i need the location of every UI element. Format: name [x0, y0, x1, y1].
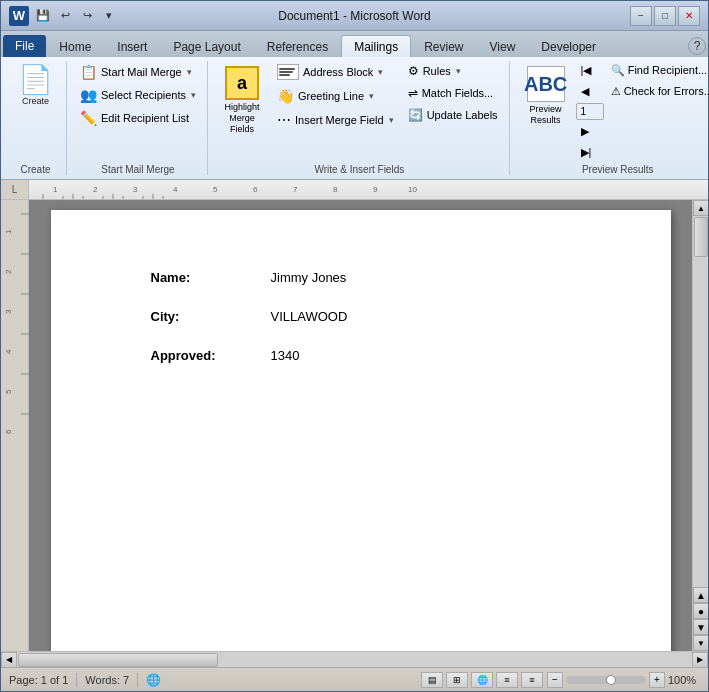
first-record-icon: |◀	[581, 64, 592, 77]
tab-references[interactable]: References	[254, 35, 341, 57]
status-sep-2	[137, 673, 138, 687]
svg-text:2: 2	[4, 269, 13, 274]
scroll-down-button[interactable]: ▼	[693, 635, 708, 651]
scroll-up-button[interactable]: ▲	[693, 200, 708, 216]
field-name-label: Name:	[151, 270, 251, 285]
quick-access-dropdown[interactable]: ▾	[99, 6, 119, 26]
check-errors-button[interactable]: ⚠ Check for Errors...	[606, 82, 709, 101]
update-labels-button[interactable]: 🔄 Update Labels	[403, 105, 503, 125]
highlight-label: HighlightMerge Fields	[223, 102, 261, 134]
next-record-icon: ▶	[581, 125, 589, 138]
last-record-button[interactable]: ▶|	[576, 143, 604, 162]
scroll-thumb[interactable]	[694, 217, 708, 257]
group-write-insert: a HighlightMerge Fields Address Block	[210, 61, 510, 175]
group-write-insert-label: Write & Insert Fields	[216, 164, 503, 175]
help-icon[interactable]: ?	[688, 37, 706, 55]
tab-file[interactable]: File	[3, 35, 46, 57]
prev-record-button[interactable]: ◀	[576, 82, 604, 101]
tab-insert[interactable]: Insert	[104, 35, 160, 57]
select-recipients-button[interactable]: 👥 Select Recipients ▾	[75, 84, 201, 106]
zoom-in-button[interactable]: +	[649, 672, 665, 688]
scroll-prev-page[interactable]: ▲	[693, 587, 708, 603]
undo-button[interactable]: ↩	[55, 6, 75, 26]
tab-review[interactable]: Review	[411, 35, 476, 57]
highlight-merge-fields-button[interactable]: a HighlightMerge Fields	[216, 61, 268, 139]
tab-home[interactable]: Home	[46, 35, 104, 57]
svg-text:6: 6	[4, 429, 13, 434]
zoom-out-button[interactable]: −	[547, 672, 563, 688]
rules-icon: ⚙	[408, 64, 419, 78]
svg-text:6: 6	[253, 185, 258, 194]
tab-view[interactable]: View	[477, 35, 529, 57]
zoom-area: − + 100%	[547, 672, 700, 688]
start-mail-merge-dropdown-icon: ▾	[187, 67, 192, 77]
document-area: Name: Jimmy Jones City: VILLAWOOD Approv…	[29, 200, 692, 651]
hscroll-right-button[interactable]: ▶	[692, 652, 708, 668]
tab-page-layout[interactable]: Page Layout	[160, 35, 253, 57]
tab-mailings[interactable]: Mailings	[341, 35, 411, 57]
svg-text:1: 1	[4, 229, 13, 234]
main-area: 1 2 3 4 5 6	[1, 200, 708, 651]
outline-view[interactable]: ≡	[496, 672, 518, 688]
update-labels-icon: 🔄	[408, 108, 423, 122]
insert-merge-field-button[interactable]: ⋯ Insert Merge Field ▾	[272, 109, 399, 131]
svg-text:4: 4	[4, 349, 13, 354]
ribbon-content: 📄 Create Create 📋 Start Mail Merge ▾	[1, 57, 708, 179]
vertical-ruler: 1 2 3 4 5 6	[1, 200, 29, 651]
close-button[interactable]: ✕	[678, 6, 700, 26]
group-preview-label: Preview Results	[518, 164, 709, 175]
last-record-icon: ▶|	[581, 146, 592, 159]
address-block-label: Address Block	[303, 66, 373, 78]
window-controls: − □ ✕	[630, 6, 700, 26]
match-fields-button[interactable]: ⇌ Match Fields...	[403, 83, 503, 103]
field-approved-value: 1340	[271, 348, 300, 363]
svg-text:7: 7	[293, 185, 298, 194]
svg-text:1: 1	[53, 185, 58, 194]
scroll-select-browse[interactable]: ●	[693, 603, 708, 619]
language-info: 🌐	[146, 673, 161, 687]
scroll-next-page[interactable]: ▼	[693, 619, 708, 635]
web-layout-view[interactable]: 🌐	[471, 672, 493, 688]
page: Name: Jimmy Jones City: VILLAWOOD Approv…	[51, 210, 671, 651]
hscroll-track[interactable]	[17, 652, 692, 667]
status-sep-1	[76, 673, 77, 687]
next-record-button[interactable]: ▶	[576, 122, 604, 141]
insert-merge-field-dropdown-icon: ▾	[389, 115, 394, 125]
start-mail-merge-button[interactable]: 📋 Start Mail Merge ▾	[75, 61, 201, 83]
first-record-button[interactable]: |◀	[576, 61, 604, 80]
field-name: Name: Jimmy Jones	[151, 270, 611, 285]
minimize-button[interactable]: −	[630, 6, 652, 26]
view-icons: ▤ ⊞ 🌐 ≡ ≡	[421, 672, 543, 688]
create-icon: 📄	[18, 66, 53, 94]
redo-button[interactable]: ↪	[77, 6, 97, 26]
vertical-scrollbar: ▲ ▲ ● ▼ ▼	[692, 200, 708, 651]
draft-view[interactable]: ≡	[521, 672, 543, 688]
record-input[interactable]: 1	[576, 103, 604, 120]
select-recipients-label: Select Recipients	[101, 89, 186, 101]
address-block-dropdown-icon: ▾	[378, 67, 383, 77]
find-recipient-button[interactable]: 🔍 Find Recipient...	[606, 61, 709, 80]
create-button[interactable]: 📄 Create	[11, 61, 60, 111]
save-button[interactable]: 💾	[33, 6, 53, 26]
preview-results-button[interactable]: ABC PreviewResults	[518, 61, 574, 131]
scroll-track[interactable]	[693, 216, 708, 587]
group-start-mail-merge: 📋 Start Mail Merge ▾ 👥 Select Recipients…	[69, 61, 208, 175]
tab-bar: File Home Insert Page Layout References …	[1, 31, 708, 57]
edit-recipient-list-button[interactable]: ✏️ Edit Recipient List	[75, 107, 201, 129]
greeting-line-button[interactable]: 👋 Greeting Line ▾	[272, 85, 399, 107]
field-city-label: City:	[151, 309, 251, 324]
rules-button[interactable]: ⚙ Rules ▾	[403, 61, 503, 81]
horizontal-ruler: L 1 2 3 4 5 6 7 8 9 10	[1, 180, 708, 200]
field-name-value: Jimmy Jones	[271, 270, 347, 285]
address-block-button[interactable]: Address Block ▾	[272, 61, 399, 83]
tab-developer[interactable]: Developer	[528, 35, 609, 57]
full-screen-view[interactable]: ⊞	[446, 672, 468, 688]
hscroll-thumb[interactable]	[18, 653, 218, 667]
maximize-button[interactable]: □	[654, 6, 676, 26]
hscroll-left-button[interactable]: ◀	[1, 652, 17, 668]
title-bar-left: W 💾 ↩ ↪ ▾	[9, 6, 119, 26]
title-bar: W 💾 ↩ ↪ ▾ Document1 - Microsoft Word − □…	[1, 1, 708, 31]
print-layout-view[interactable]: ▤	[421, 672, 443, 688]
zoom-slider[interactable]	[566, 676, 646, 684]
address-block-icon	[277, 64, 299, 80]
